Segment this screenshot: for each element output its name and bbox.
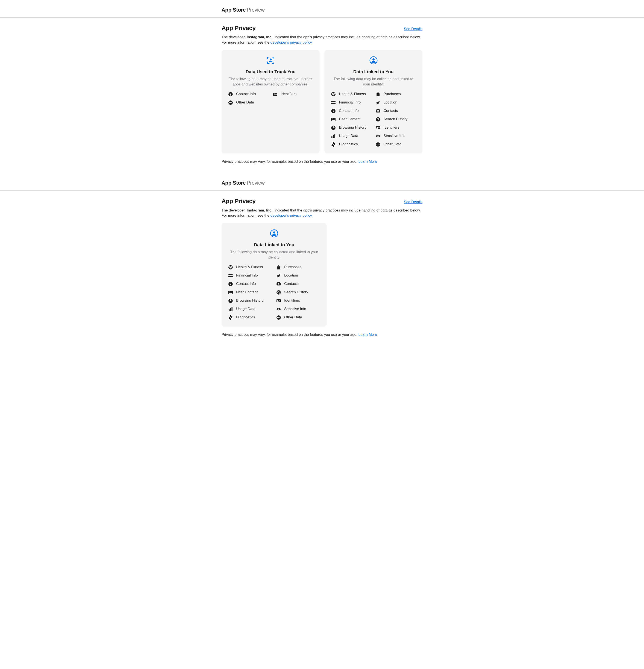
data-type-label: Other Data: [236, 100, 254, 105]
data-type-label: Other Data: [384, 142, 401, 147]
linked-person-icon: [369, 56, 378, 66]
idcard-icon: [375, 125, 381, 130]
data-type-label: Diagnostics: [339, 142, 358, 147]
info-icon: [228, 92, 233, 97]
data-type-item: Contact Info: [331, 108, 372, 114]
data-type-label: User Content: [339, 117, 360, 122]
data-type-item: Financial Info: [228, 273, 272, 278]
data-type-label: Sensitive Info: [384, 133, 405, 139]
card-icon: [228, 273, 233, 278]
bars-icon: [228, 307, 233, 312]
data-type-label: Other Data: [284, 315, 302, 320]
location-icon: [276, 273, 281, 278]
clock-icon: [228, 298, 233, 303]
data-type-item: Identifiers: [276, 298, 320, 303]
developer-name: Instagram, Inc.: [247, 35, 272, 39]
linked-list: Health & FitnessPurchasesFinancial InfoL…: [331, 91, 416, 147]
bag-icon: [375, 92, 381, 97]
data-type-label: Purchases: [284, 265, 301, 270]
footnote: Privacy practices may vary, for example,…: [221, 159, 423, 173]
contact-icon: [375, 109, 381, 114]
section-title-app-privacy: App Privacy: [221, 197, 256, 205]
data-type-label: Contact Info: [236, 91, 256, 97]
developer-name: Instagram, Inc.: [247, 208, 272, 212]
data-type-item: Search History: [375, 117, 416, 122]
data-type-label: Identifiers: [284, 298, 300, 303]
data-type-label: Usage Data: [236, 307, 256, 312]
more-icon: [276, 315, 281, 320]
page-section-2: App Store Preview App Privacy See Detail…: [0, 173, 644, 346]
data-type-label: Location: [284, 273, 298, 278]
contact-icon: [276, 282, 281, 287]
idcard-icon: [276, 298, 281, 303]
intro-paragraph: The developer, Instagram, Inc., indicate…: [221, 34, 423, 50]
data-type-item: Other Data: [228, 100, 269, 105]
page-section-1: App Store Preview App Privacy See Detail…: [0, 0, 644, 173]
data-type-item: Usage Data: [228, 307, 272, 312]
data-type-item: Contact Info: [228, 281, 272, 287]
intro-paragraph: The developer, Instagram, Inc., indicate…: [221, 208, 423, 223]
linked-person-icon: [270, 229, 278, 239]
card-data-used-to-track: Data Used to Track You The following dat…: [221, 50, 320, 154]
learn-more-link[interactable]: Learn More: [358, 332, 377, 337]
data-type-item: Diagnostics: [228, 315, 272, 320]
data-type-label: Sensitive Info: [284, 307, 306, 312]
data-type-item: Contacts: [375, 108, 416, 114]
data-type-item: Other Data: [276, 315, 320, 320]
bars-icon: [331, 133, 336, 139]
linked-list: Health & FitnessPurchasesFinancial InfoL…: [228, 265, 320, 320]
data-type-item: Contacts: [276, 281, 320, 287]
more-icon: [228, 100, 233, 105]
data-type-item: Other Data: [375, 142, 416, 147]
card-linked-title: Data Linked to You: [331, 69, 416, 75]
location-icon: [375, 100, 381, 105]
data-type-label: Purchases: [384, 91, 401, 97]
media-icon: [228, 290, 233, 295]
learn-more-link[interactable]: Learn More: [358, 159, 377, 163]
info-icon: [331, 109, 336, 114]
see-details-link[interactable]: See Details: [404, 26, 423, 32]
bag-icon: [276, 265, 281, 270]
data-type-label: Contact Info: [339, 108, 359, 114]
data-type-label: Identifiers: [384, 125, 400, 130]
privacy-policy-link[interactable]: developer's privacy policy: [271, 40, 312, 44]
see-details-link[interactable]: See Details: [404, 199, 423, 205]
data-type-label: Usage Data: [339, 133, 358, 139]
card-track-title: Data Used to Track You: [228, 69, 313, 75]
data-type-item: Financial Info: [331, 100, 372, 105]
data-type-item: Health & Fitness: [331, 91, 372, 97]
data-type-item: Search History: [276, 290, 320, 295]
data-type-item: Sensitive Info: [276, 307, 320, 312]
tracking-scan-icon: [267, 56, 275, 66]
more-icon: [375, 142, 381, 147]
data-type-item: Health & Fitness: [228, 265, 272, 270]
header-bar: App Store Preview: [0, 179, 644, 191]
section-title-app-privacy: App Privacy: [221, 24, 256, 32]
data-type-label: Contacts: [384, 108, 398, 114]
data-type-item: User Content: [331, 117, 372, 122]
data-type-label: Identifiers: [281, 91, 297, 97]
data-type-label: User Content: [236, 290, 258, 295]
header-preview: Preview: [247, 180, 265, 186]
search-icon: [276, 290, 281, 295]
card-data-linked: Data Linked to You The following data ma…: [221, 223, 327, 327]
data-type-item: Diagnostics: [331, 142, 372, 147]
gear-icon: [331, 142, 336, 147]
clock-icon: [331, 125, 336, 130]
header-app-store: App Store: [221, 180, 246, 186]
data-type-label: Location: [384, 100, 397, 105]
privacy-policy-link[interactable]: developer's privacy policy: [271, 213, 312, 217]
card-linked-subtitle: The following data may be collected and …: [228, 250, 320, 260]
eye-icon: [276, 307, 281, 312]
data-type-label: Health & Fitness: [236, 265, 263, 270]
data-type-item: Sensitive Info: [375, 133, 416, 139]
card-icon: [331, 100, 336, 105]
header-bar: App Store Preview: [0, 6, 644, 18]
footnote: Privacy practices may vary, for example,…: [221, 332, 423, 346]
data-type-label: Browsing History: [236, 298, 263, 303]
data-type-label: Browsing History: [339, 125, 367, 130]
data-type-label: Contacts: [284, 281, 299, 287]
idcard-icon: [273, 92, 278, 97]
data-type-item: Browsing History: [331, 125, 372, 130]
heart-icon: [331, 92, 336, 97]
